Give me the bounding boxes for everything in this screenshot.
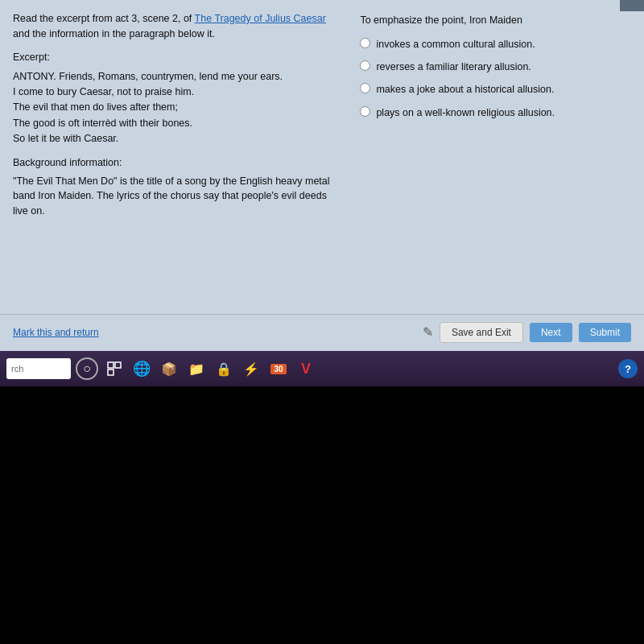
next-button[interactable]: Next (530, 323, 572, 342)
question-text: To emphasize the point, Iron Maiden (360, 13, 631, 27)
search-box[interactable]: rch (6, 358, 71, 379)
prompt-line1: Read the excerpt from act 3, scene 2, of (13, 13, 195, 24)
taskview-icon[interactable] (103, 357, 126, 380)
left-panel: Read the excerpt from act 3, scene 2, of… (13, 11, 344, 306)
black-area (0, 386, 644, 644)
top-strip (620, 0, 644, 11)
radio-option-3[interactable] (360, 83, 370, 93)
lock-icon[interactable]: 🔒 (213, 357, 235, 380)
clock-number: 30 (270, 364, 286, 374)
svg-rect-2 (108, 369, 114, 375)
lightning-icon[interactable]: ⚡ (240, 357, 262, 380)
bottom-right-buttons: ✎ Save and Exit Next Submit (423, 322, 631, 343)
bottom-bar: Mark this and return ✎ Save and Exit Nex… (0, 314, 644, 349)
prompt-text: Read the excerpt from act 3, scene 2, of… (13, 11, 344, 42)
answer-option-1[interactable]: invokes a common cultural allusion. (360, 37, 631, 52)
answer-option-3[interactable]: makes a joke about a historical allusion… (360, 82, 631, 97)
julius-caesar-link[interactable]: The Tragedy of Julius Caesar (195, 13, 326, 24)
app-icon-v[interactable]: V (295, 357, 317, 380)
answer-option-2[interactable]: reverses a familiar literary allusion. (360, 60, 631, 74)
cortana-icon[interactable]: ○ (76, 357, 98, 380)
option-label-2: reverses a familiar literary allusion. (376, 60, 530, 74)
background-body: "The Evil That Men Do" is the title of a… (13, 174, 344, 219)
radio-option-1[interactable] (360, 38, 370, 48)
system-tray: ? (618, 359, 638, 378)
search-placeholder: rch (11, 364, 23, 374)
right-panel: To emphasize the point, Iron Maiden invo… (360, 11, 631, 306)
dropbox-icon[interactable]: 📦 (158, 357, 180, 380)
content-area: Read the excerpt from act 3, scene 2, of… (0, 0, 644, 314)
pencil-icon[interactable]: ✎ (423, 324, 433, 340)
background-label: Background information: (13, 155, 344, 170)
option-label-1: invokes a common cultural allusion. (376, 37, 535, 52)
svg-rect-0 (108, 362, 114, 368)
option-label-4: plays on a well-known religious allusion… (376, 105, 555, 120)
svg-rect-1 (115, 362, 121, 368)
option-label-3: makes a joke about a historical allusion… (376, 82, 554, 97)
excerpt-line-5: So let it be with Caesar. (13, 131, 344, 147)
excerpt-line-1: ANTONY. Friends, Romans, countrymen, len… (13, 69, 344, 85)
exam-screen: Read the excerpt from act 3, scene 2, of… (0, 0, 644, 370)
mark-return-link[interactable]: Mark this and return (13, 327, 99, 338)
files-icon[interactable]: 📁 (185, 357, 208, 380)
help-button[interactable]: ? (618, 359, 638, 378)
taskbar: rch ○ 🌐 📦 📁 🔒 ⚡ 30 V ? (0, 351, 644, 386)
excerpt-line-4: The good is oft interrèd with their bone… (13, 116, 344, 131)
submit-button[interactable]: Submit (579, 323, 631, 342)
excerpt-line-2: I come to bury Caesar, not to praise him… (13, 85, 344, 100)
save-exit-button[interactable]: Save and Exit (440, 322, 523, 343)
excerpt-label: Excerpt: (13, 50, 344, 64)
excerpt-body: ANTONY. Friends, Romans, countrymen, len… (13, 69, 344, 147)
edge-icon[interactable]: 🌐 (130, 357, 153, 380)
clock-badge[interactable]: 30 (267, 357, 290, 380)
answer-option-4[interactable]: plays on a well-known religious allusion… (360, 105, 631, 120)
excerpt-line-3: The evil that men do lives after them; (13, 100, 344, 115)
radio-option-2[interactable] (360, 60, 370, 71)
prompt-line2: and the information in the paragraph bel… (13, 28, 215, 39)
radio-option-4[interactable] (360, 106, 370, 117)
